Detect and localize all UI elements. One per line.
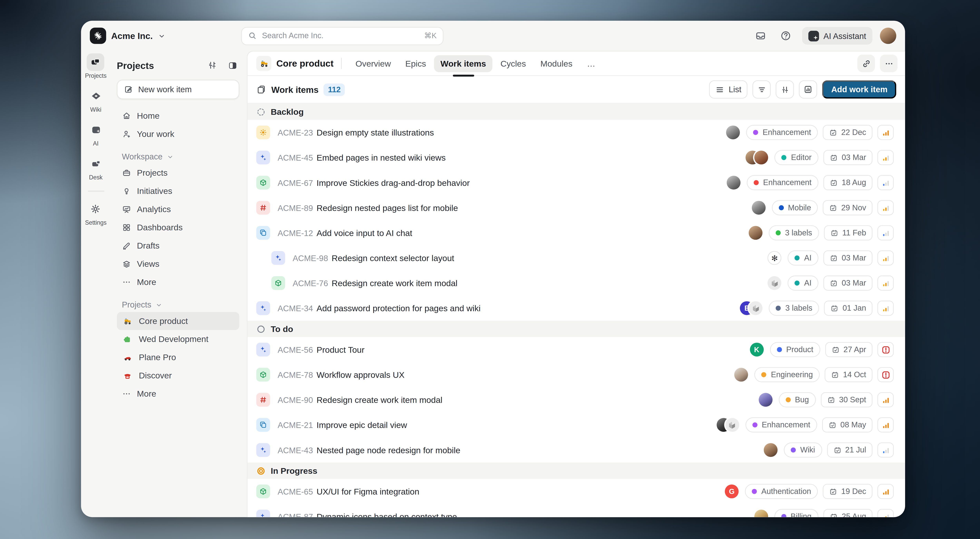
due-date-chip[interactable]: 27 Apr (825, 342, 872, 357)
due-date-chip[interactable]: 03 Mar (823, 150, 872, 165)
priority-chip[interactable] (878, 125, 894, 140)
due-date-chip[interactable]: 22 Dec (823, 125, 872, 140)
work-item-row[interactable]: ACME-45 Embed pages in nested wiki views… (248, 145, 905, 170)
analytics-button[interactable] (799, 80, 817, 98)
assignee-avatars[interactable] (768, 276, 781, 290)
rail-item-settings[interactable]: Settings (85, 200, 107, 226)
section-header-projects[interactable]: Projects (117, 300, 239, 309)
add-work-item-button[interactable]: Add work item (822, 80, 896, 98)
tab-…[interactable]: … (581, 55, 601, 72)
assignee-avatars[interactable] (727, 176, 740, 189)
assignee-avatars[interactable] (749, 226, 762, 240)
assignee-avatar[interactable]: K (750, 343, 764, 357)
work-item-row[interactable]: ACME-43 Nested page node redesign for mo… (248, 438, 905, 463)
assignee-avatar[interactable] (768, 276, 781, 290)
tab-overview[interactable]: Overview (349, 55, 397, 72)
label-chip[interactable]: Bug (778, 392, 816, 407)
label-chip[interactable]: Enhancement (745, 417, 817, 433)
priority-chip[interactable] (878, 442, 894, 458)
project-title[interactable]: Core product (256, 56, 333, 71)
assignee-avatar[interactable] (749, 301, 763, 315)
priority-chip[interactable] (878, 484, 894, 499)
workspace-logo[interactable] (90, 28, 106, 44)
label-chip[interactable]: AI (788, 276, 818, 291)
work-item-row[interactable]: ACME-90 Redesign create work item modal … (248, 387, 905, 412)
assignee-avatars[interactable] (717, 418, 739, 432)
sidebar-item-your-work[interactable]: Your work (117, 125, 239, 143)
assignee-avatars[interactable] (764, 443, 778, 457)
work-item-row[interactable]: ACME-87 Dynamic icons based on context t… (248, 504, 905, 517)
panel-toggle-icon[interactable] (225, 59, 239, 72)
due-date-chip[interactable]: 03 Mar (823, 250, 872, 266)
sliders-icon[interactable] (205, 59, 219, 72)
assignee-avatars[interactable] (726, 125, 740, 139)
label-chip[interactable]: Mobile (772, 200, 818, 215)
due-date-chip[interactable]: 11 Feb (824, 225, 872, 240)
work-item-row[interactable]: ACME-76 Redesign create work item modal … (248, 271, 905, 296)
due-date-chip[interactable]: 19 Dec (823, 484, 872, 499)
assignee-avatars[interactable]: K (750, 343, 764, 357)
due-date-chip[interactable]: 14 Oct (825, 367, 872, 382)
work-item-row[interactable]: ACME-65 UX/UI for Figma integration G Au… (248, 479, 905, 504)
work-item-row[interactable]: ACME-34 Add password protection for page… (248, 296, 905, 320)
rail-item-desk[interactable]: Desk (87, 155, 105, 181)
inbox-icon[interactable] (752, 27, 770, 44)
assignee-avatar[interactable] (726, 125, 740, 139)
work-item-row[interactable]: ACME-21 Improve epic detail view Enhance… (248, 412, 905, 438)
priority-chip[interactable] (878, 225, 894, 240)
chevron-down-icon[interactable] (158, 32, 166, 40)
filter-button[interactable] (752, 80, 771, 98)
priority-chip[interactable] (878, 250, 894, 266)
assignee-avatars[interactable] (751, 201, 765, 214)
display-settings-button[interactable] (776, 80, 794, 98)
assignee-avatar[interactable]: ✻ (768, 251, 781, 265)
due-date-chip[interactable]: 08 May (822, 417, 872, 433)
due-date-chip[interactable]: 18 Aug (823, 175, 872, 190)
sidebar-item-more[interactable]: More (117, 273, 239, 291)
assignee-avatars[interactable] (746, 151, 768, 164)
label-chip[interactable]: Enhancement (747, 175, 818, 190)
sidebar-item-dashboards[interactable]: Dashboards (117, 219, 239, 236)
sidebar-item-analytics[interactable]: Analytics (117, 200, 239, 219)
label-chip[interactable]: Editor (775, 150, 818, 165)
label-chip[interactable]: Billing (774, 509, 818, 517)
rail-item-ai[interactable]: AI (87, 121, 105, 147)
tab-epics[interactable]: Epics (399, 55, 433, 72)
work-item-row[interactable]: ACME-78 Workflow approvals UX Engineerin… (248, 362, 905, 387)
sidebar-item-plane-pro[interactable]: Plane Pro (117, 348, 239, 366)
assignee-avatar[interactable] (754, 510, 768, 517)
assignee-avatar[interactable] (735, 368, 748, 382)
label-chip[interactable]: Product (770, 342, 820, 357)
priority-chip[interactable] (878, 417, 894, 433)
due-date-chip[interactable]: 30 Sept (821, 392, 872, 407)
rail-item-wiki[interactable]: Wiki (87, 87, 105, 113)
assignee-avatar[interactable] (725, 418, 739, 432)
priority-chip[interactable] (878, 200, 894, 215)
tab-modules[interactable]: Modules (534, 55, 579, 72)
sidebar-item-home[interactable]: Home (117, 107, 239, 125)
work-item-row[interactable]: ACME-98 Redesign context selector layout… (248, 246, 905, 271)
sidebar-item-more[interactable]: More (117, 385, 239, 403)
due-date-chip[interactable]: 21 Jul (827, 442, 872, 458)
section-header-workspace[interactable]: Workspace (117, 152, 239, 161)
priority-chip[interactable] (878, 301, 894, 316)
label-chip[interactable]: 3 labels (769, 301, 819, 316)
label-chip[interactable]: Authentication (745, 484, 818, 499)
label-chip[interactable]: Engineering (755, 367, 820, 382)
new-work-item-button[interactable]: New work item (117, 80, 239, 99)
work-item-row[interactable]: ACME-56 Product Tour K Product 27 Apr (248, 337, 905, 362)
group-header-backlog[interactable]: Backlog (248, 104, 905, 120)
priority-chip[interactable] (878, 392, 894, 407)
tab-cycles[interactable]: Cycles (494, 55, 532, 72)
sidebar-item-initiatives[interactable]: Initiatives (117, 182, 239, 200)
due-date-chip[interactable]: 03 Mar (823, 276, 872, 291)
more-options-button[interactable] (880, 55, 898, 72)
assignee-avatar[interactable] (764, 443, 778, 457)
assignee-avatars[interactable]: ✻ (768, 251, 781, 265)
ai-assistant-button[interactable]: AI Assistant (802, 27, 872, 44)
workspace-name[interactable]: Acme Inc. (111, 31, 153, 41)
label-chip[interactable]: Enhancement (746, 125, 818, 140)
copy-link-button[interactable] (857, 55, 875, 72)
sidebar-item-core-product[interactable]: Core product (117, 312, 239, 330)
work-item-row[interactable]: ACME-67 Improve Stickies drag-and-drop b… (248, 170, 905, 195)
